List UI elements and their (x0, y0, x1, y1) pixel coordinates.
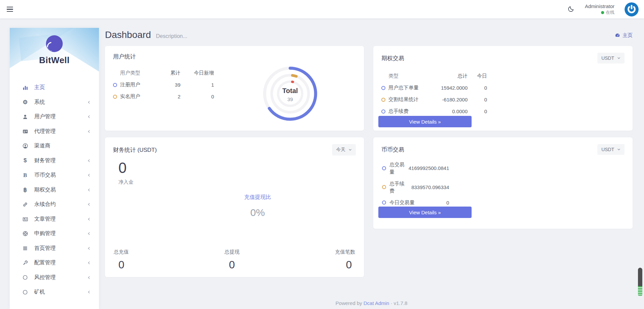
bitcoin-icon: ฿ (21, 186, 29, 193)
sidebar-item-homepage-management[interactable]: 首页管理 (10, 241, 99, 256)
dark-mode-toggle[interactable] (568, 5, 575, 14)
page-title: Dashboard (105, 30, 151, 40)
sidebar-item-config-management[interactable]: 配置管理 (10, 256, 99, 270)
sidebar-item-perpetual-contract[interactable]: 永续合约 (10, 197, 99, 212)
letter-b-icon: B (21, 172, 29, 179)
chart-bar-icon (21, 85, 29, 90)
view-details-button[interactable]: View Details » (378, 207, 472, 218)
moon-icon (568, 5, 575, 14)
date-range-select[interactable]: 今天 (332, 144, 356, 156)
sidebar-item-agent-management[interactable]: 代理管理 (10, 124, 99, 139)
series-marker-purple (113, 83, 117, 87)
chevron-left-icon (87, 173, 91, 177)
list-item: 今日交易量 0 (382, 199, 449, 206)
spot-trade-card: 币币交易 USDT 总交易量 4169992500.0841 总手续费 8339… (373, 137, 633, 229)
sidebar-item-channel[interactable]: 渠道商 (10, 139, 99, 153)
deposit-withdraw-ratio-block: 充值提现比 0% (224, 194, 291, 218)
topbar-right: Administrator 在线 (568, 2, 644, 16)
sidebar: BitWell 主页 ⚙ 系统 用户管理 (10, 28, 99, 309)
chevron-left-icon (87, 232, 91, 235)
sidebar-item-risk-management[interactable]: 风控管理 (10, 270, 99, 285)
user-menu[interactable]: Administrator 在线 (585, 3, 614, 15)
series-marker-orange (113, 95, 117, 99)
user-stats-table: 用户类型 累计 今日新增 注册用户 39 1 实名用户 2 0 (113, 67, 364, 102)
breadcrumb-home-link[interactable]: 主页 (615, 32, 633, 39)
series-marker-purple (382, 166, 386, 170)
ratio-value: 0% (224, 207, 291, 218)
scrollbar-thumb[interactable] (638, 268, 642, 296)
user-circle-icon (21, 143, 29, 149)
currency-select[interactable]: USDT (597, 144, 625, 155)
bitwell-logo-icon (46, 35, 63, 52)
chevron-left-icon (87, 188, 91, 192)
bars-icon (21, 246, 29, 251)
card-title: 期权交易 (381, 54, 404, 62)
id-card-icon (21, 129, 29, 134)
total-withdraw-stat: 总提现 0 (224, 249, 239, 271)
online-status-dot (601, 11, 604, 14)
scroll-progress-indicator (638, 286, 642, 296)
chevron-left-icon (87, 115, 91, 119)
list-item: 总手续费 8339570.096334 (382, 180, 449, 195)
view-details-button[interactable]: View Details » (378, 116, 472, 127)
sidebar-item-spot-trade[interactable]: B 币币交易 (10, 168, 99, 183)
sidebar-item-system[interactable]: ⚙ 系统 (10, 95, 99, 110)
table-row: 注册用户 39 1 (113, 79, 364, 91)
life-ring-icon (21, 231, 29, 236)
deposit-count-stat: 充值笔数 0 (335, 249, 355, 271)
sidebar-item-subscription-management[interactable]: 申购管理 (10, 226, 99, 241)
sidebar-item-mining-machine[interactable]: 矿机 (10, 285, 99, 300)
series-marker-orange (381, 98, 385, 102)
net-deposit-label: 净入金 (118, 179, 133, 185)
link-icon (21, 202, 29, 207)
card-title: 用户统计 (113, 53, 136, 60)
sidebar-item-home[interactable]: 主页 (10, 80, 99, 95)
table-row: 用户总下单量 15942.0000 0 (381, 82, 633, 94)
circle-icon (21, 275, 29, 280)
finance-bottom-stats: 总充值 0 总提现 0 充值笔数 0 (114, 249, 355, 271)
circle-icon (21, 290, 29, 295)
chevron-down-icon (348, 148, 352, 151)
chevron-left-icon (87, 203, 91, 206)
list-item: 总交易量 4169992500.0841 (382, 161, 449, 176)
chevron-left-icon (87, 247, 91, 250)
powered-by-text: Powered by (335, 300, 362, 306)
footer-separator: · (391, 300, 392, 306)
brand-name: BitWell (39, 55, 69, 65)
dcat-admin-link[interactable]: Dcat Admin (364, 300, 389, 306)
wrench-icon (21, 260, 29, 266)
total-deposit-stat: 总充值 0 (114, 249, 129, 271)
avatar[interactable] (625, 2, 639, 16)
card-title: 财务统计 (USDT) (113, 146, 157, 154)
chevron-left-icon (87, 159, 91, 163)
chevron-left-icon (87, 217, 91, 221)
currency-select[interactable]: USDT (597, 53, 625, 63)
options-stats-table: 类型 总计 今日 用户总下单量 15942.0000 0 交割结果统计 -618… (381, 70, 633, 117)
top-bar: Administrator 在线 (0, 0, 644, 18)
page-subtitle: Description... (156, 33, 187, 39)
chevron-left-icon (87, 261, 91, 265)
user-stats-donut-chart: Total 39 (260, 63, 320, 124)
sidebar-item-article-management[interactable]: 文章管理 (10, 212, 99, 227)
sidebar-item-options-trade[interactable]: ฿ 期权交易 (10, 183, 99, 197)
series-marker-purple (381, 86, 385, 90)
sidebar-item-user-management[interactable]: 用户管理 (10, 109, 99, 124)
table-header: 用户类型 累计 今日新增 (113, 67, 364, 79)
series-marker-purple (381, 109, 385, 114)
chevron-left-icon (87, 276, 91, 279)
table-header: 类型 总计 今日 (381, 70, 633, 82)
page-header: Dashboard Description... 主页 (105, 30, 633, 40)
dollar-icon: $ (21, 157, 29, 164)
net-deposit-block: 0 净入金 (118, 160, 133, 185)
chevron-left-icon (87, 100, 91, 104)
gear-icon: ⚙ (21, 99, 29, 106)
net-deposit-value: 0 (118, 160, 133, 176)
series-marker-orange (382, 185, 386, 189)
finance-stats-card: 财务统计 (USDT) 今天 0 净入金 充值提现比 0% 总充值 0 总提现 … (105, 137, 364, 277)
options-trade-card: 期权交易 USDT 类型 总计 今日 用户总下单量 15942.0000 0 (373, 46, 633, 131)
hamburger-menu-icon[interactable] (7, 4, 18, 15)
ratio-label: 充值提现比 (224, 194, 291, 201)
table-row: 交割结果统计 -6180.2000 0 (381, 94, 633, 105)
tachometer-icon (615, 33, 620, 38)
sidebar-item-finance-management[interactable]: $ 财务管理 (10, 153, 99, 168)
